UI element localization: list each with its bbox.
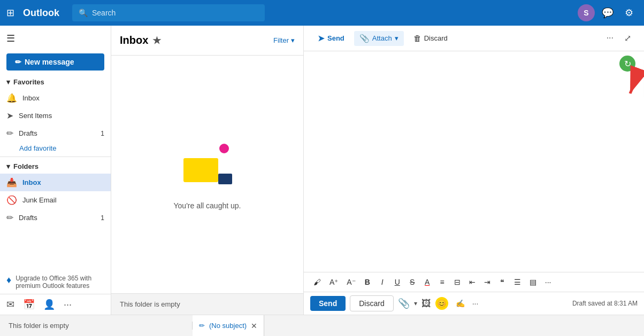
upgrade-section: ♦ Upgrade to Office 365 with premium Out… [0, 270, 111, 294]
more-bottom-icon[interactable]: ··· [64, 299, 72, 310]
inbox-title: Inbox ★ [120, 34, 161, 46]
mail-bottom-icon[interactable]: ✉ [6, 299, 14, 310]
caught-up-illustration [181, 139, 234, 193]
folders-label: Folders [13, 162, 39, 170]
sidebar-item-junk[interactable]: 🚫 Junk Email [0, 191, 111, 209]
email-list-body: You're all caught up. [111, 56, 303, 293]
filter-button[interactable]: Filter ▾ [273, 36, 295, 44]
align-right-button[interactable]: ▤ [526, 276, 540, 288]
sidebar-label-sent: Sent Items [19, 112, 52, 120]
attach-dropdown-icon[interactable]: ▾ [395, 34, 398, 42]
toolbar-right: ··· ⤢ [602, 31, 635, 45]
pencil-icon: ✏ [15, 58, 21, 66]
compose-image-icon[interactable]: 🖼 [421, 298, 431, 309]
refresh-button[interactable]: ↻ [619, 56, 635, 72]
compose-send-button[interactable]: Send [310, 296, 346, 311]
folders-section[interactable]: ▾ Folders [0, 159, 111, 174]
send-button[interactable]: ➤ Send [312, 31, 350, 46]
drafts-folder-badge: 1 [101, 214, 104, 222]
edit-icon: ✏ [199, 322, 205, 330]
discard-label: Discard [424, 34, 448, 42]
more-options-button[interactable]: ··· [602, 31, 618, 45]
sidebar-item-drafts-folder[interactable]: ✏ Drafts 1 [0, 209, 111, 226]
search-bar: 🔍 [72, 4, 265, 21]
pencil-icon-drafts: ✏ [6, 128, 13, 138]
underline-button[interactable]: U [391, 276, 404, 288]
sidebar-label-inbox: Inbox [22, 94, 40, 102]
new-message-button[interactable]: ✏ New message [6, 53, 104, 71]
expand-button[interactable]: ⤢ [620, 31, 635, 45]
compose-attach-icon[interactable]: 📎 [398, 298, 410, 309]
compose-more-button[interactable]: ··· [472, 299, 479, 308]
settings-icon[interactable]: ⚙ [620, 4, 638, 21]
send-label: Send [327, 34, 344, 42]
strikethrough-button[interactable]: S [406, 276, 419, 288]
email-list-header: Inbox ★ Filter ▾ [111, 26, 303, 56]
compose-body[interactable] [304, 51, 644, 272]
filter-chevron-icon: ▾ [291, 36, 295, 44]
align-left-button[interactable]: ☰ [511, 276, 524, 288]
app-title: Outlook [23, 7, 59, 19]
indent-decrease-button[interactable]: ⇤ [466, 276, 479, 288]
add-favorite-link[interactable]: Add favorite [0, 142, 111, 154]
feedback-icon[interactable]: 💬 [599, 4, 616, 21]
avatar: S [578, 4, 595, 21]
compose-signature-icon[interactable]: ✍ [453, 297, 468, 310]
calendar-bottom-icon[interactable]: 📅 [23, 299, 35, 310]
attach-label: Attach [372, 34, 392, 42]
drafts-badge: 1 [101, 130, 104, 137]
chevron-down-icon: ▾ [6, 78, 10, 86]
email-list-footer: This folder is empty [111, 293, 303, 315]
people-bottom-icon[interactable]: 👤 [43, 299, 55, 310]
attach-button[interactable]: 📎 Attach ▾ [354, 31, 404, 46]
format-painter-button[interactable]: 🖌 [310, 276, 324, 288]
more-format-button[interactable]: ··· [542, 276, 555, 288]
filter-label: Filter [273, 36, 289, 44]
sidebar-item-sent[interactable]: ➤ Sent Items [0, 107, 111, 124]
compose-discard-button[interactable]: Discard [350, 295, 393, 311]
italic-button[interactable]: I [376, 276, 389, 288]
font-color-button[interactable]: A [421, 276, 434, 288]
favorites-label: Favorites [13, 78, 44, 86]
discard-button[interactable]: 🗑 Discard [408, 31, 453, 45]
close-tab-icon[interactable]: ✕ [251, 322, 257, 330]
sidebar-label-junk: Junk Email [22, 196, 57, 204]
inbox-title-text: Inbox [120, 34, 148, 46]
main-layout: ☰ ✏ New message ▾ Favorites 🔔 Inbox ➤ Se… [0, 26, 644, 315]
hamburger-icon[interactable]: ☰ [6, 33, 15, 44]
sidebar-divider [0, 157, 111, 157]
star-icon[interactable]: ★ [152, 35, 161, 46]
compose-emoji-button[interactable]: 😊 [435, 297, 448, 310]
diamond-icon: ♦ [6, 275, 11, 286]
bottom-subject-tab[interactable]: ✏ (No subject) ✕ [193, 315, 264, 336]
sidebar-label-inbox-f: Inbox [22, 178, 41, 186]
numbering-button[interactable]: ⊟ [451, 276, 464, 288]
favorites-section[interactable]: ▾ Favorites [0, 75, 111, 89]
font-size-up-button[interactable]: A⁺ [326, 276, 341, 288]
email-list-panel: Inbox ★ Filter ▾ You're all caught up. [111, 26, 304, 315]
bold-button[interactable]: B [361, 276, 374, 288]
compose-attach-dropdown-icon[interactable]: ▾ [414, 300, 417, 307]
trash-icon: 🗑 [413, 34, 421, 43]
top-right-icons: S 💬 ⚙ [578, 4, 638, 21]
indent-increase-button[interactable]: ⇥ [481, 276, 494, 288]
quote-button[interactable]: ❝ [496, 276, 509, 288]
send-icon: ➤ [318, 34, 325, 43]
sidebar-item-inbox[interactable]: 🔔 Inbox [0, 89, 111, 107]
bullets-button[interactable]: ≡ [436, 276, 449, 288]
pencil-icon-drafts-f: ✏ [6, 213, 13, 223]
bell-icon: 🔔 [6, 93, 17, 103]
inbox-icon: 📥 [6, 177, 17, 187]
sidebar: ☰ ✏ New message ▾ Favorites 🔔 Inbox ➤ Se… [0, 26, 111, 315]
compose-toolbar: ➤ Send 📎 Attach ▾ 🗑 Discard ··· ⤢ [304, 26, 644, 51]
skype-icon[interactable]: S [578, 4, 595, 21]
caught-up-text: You're all caught up. [174, 201, 241, 210]
send-icon: ➤ [6, 111, 13, 121]
sidebar-item-drafts[interactable]: ✏ Drafts 1 [0, 124, 111, 142]
search-input[interactable] [92, 9, 258, 17]
junk-icon: 🚫 [6, 195, 17, 205]
font-size-down-button[interactable]: A⁻ [343, 276, 358, 288]
subject-label: (No subject) [209, 322, 247, 330]
grid-icon[interactable]: ⊞ [6, 7, 14, 19]
sidebar-item-inbox-folder[interactable]: 📥 Inbox [0, 174, 111, 191]
